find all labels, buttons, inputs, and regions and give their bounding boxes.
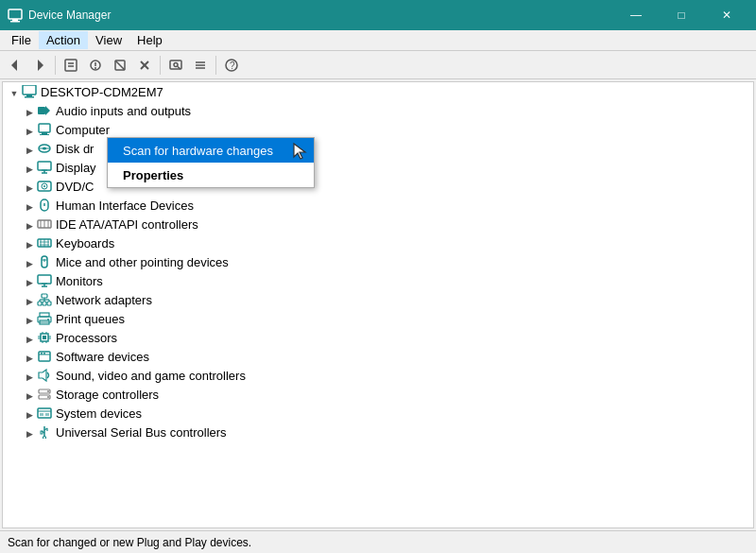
forward-button[interactable] [28, 54, 51, 77]
tree-item-storage[interactable]: Storage controllers [3, 385, 753, 404]
dvd-label: DVD/C [56, 180, 94, 194]
tree-item-ide[interactable]: IDE ATA/ATAPI controllers [3, 215, 753, 233]
tree-root[interactable]: DESKTOP-CDM2EM7 [3, 82, 753, 101]
svg-marker-87 [39, 370, 46, 381]
software-icon [37, 349, 52, 364]
dvd-icon [37, 179, 52, 194]
ctx-properties[interactable]: Properties [108, 163, 314, 187]
svg-rect-1 [12, 19, 18, 21]
mouse-icon [37, 254, 52, 269]
print-label: Print queues [56, 312, 125, 326]
system-arrow [22, 406, 37, 421]
tree-item-print[interactable]: Print queues [3, 309, 753, 328]
toolbar: ? [0, 51, 756, 79]
svg-rect-25 [25, 96, 34, 98]
svg-point-72 [47, 319, 49, 320]
disk-arrow [22, 141, 37, 156]
computer-label: Computer [56, 123, 110, 137]
hid-icon [37, 198, 52, 213]
svg-rect-28 [39, 124, 50, 132]
display-arrow [22, 160, 37, 175]
main-content: DESKTOP-CDM2EM7 Audio inputs and outputs [0, 79, 756, 530]
computer-arrow [22, 122, 37, 137]
print-arrow [22, 311, 37, 326]
tree-item-monitors[interactable]: Monitors [3, 271, 753, 290]
sound-arrow [22, 368, 37, 383]
svg-rect-24 [26, 95, 32, 96]
usb-arrow [22, 424, 37, 440]
uninstall-button[interactable] [133, 54, 156, 77]
tree-item-keyboards[interactable]: Keyboards [3, 233, 753, 252]
svg-text:?: ? [230, 60, 235, 71]
audio-label: Audio inputs and outputs [56, 104, 191, 118]
status-text: Scan for changed or new Plug and Play de… [8, 536, 251, 549]
storage-icon [37, 387, 52, 402]
storage-label: Storage controllers [56, 388, 159, 402]
print-icon [37, 311, 52, 326]
tree-item-computer[interactable]: Computer [3, 120, 753, 139]
menu-file[interactable]: File [4, 31, 39, 49]
mice-label: Mice and other pointing devices [56, 255, 229, 269]
disk-label: Disk dr [56, 142, 94, 156]
ctx-scan[interactable]: Scan for hardware changes [108, 138, 314, 163]
svg-rect-0 [9, 9, 22, 19]
svg-point-33 [43, 147, 46, 150]
svg-point-91 [47, 396, 49, 398]
menu-view[interactable]: View [88, 31, 129, 49]
root-arrow [7, 84, 22, 99]
hid-arrow [22, 198, 37, 213]
display-label: Display [56, 161, 96, 175]
svg-rect-30 [40, 134, 49, 135]
svg-rect-26 [38, 107, 45, 114]
close-button[interactable]: ✕ [705, 0, 748, 30]
keyboard-icon [37, 235, 52, 251]
svg-point-40 [43, 185, 45, 187]
svg-rect-69 [40, 313, 49, 317]
computer-icon [22, 84, 37, 99]
monitors-arrow [22, 273, 37, 288]
tree-item-mice[interactable]: Mice and other pointing devices [3, 252, 753, 271]
context-menu: Scan for hardware changes Properties [107, 137, 315, 188]
toolbar-separator-1 [55, 56, 56, 75]
software-label: Software devices [56, 350, 149, 364]
minimize-button[interactable]: — [614, 0, 658, 30]
tree-item-audio[interactable]: Audio inputs and outputs [3, 101, 753, 120]
svg-line-12 [115, 60, 125, 70]
disable-button[interactable] [109, 54, 131, 77]
svg-rect-100 [41, 431, 43, 434]
svg-point-101 [43, 437, 46, 440]
root-label: DESKTOP-CDM2EM7 [41, 85, 163, 99]
view-button[interactable] [189, 54, 212, 77]
app-icon [8, 8, 23, 23]
back-button[interactable] [4, 54, 26, 77]
software-arrow [22, 349, 37, 364]
help-button[interactable]: ? [220, 54, 243, 77]
tree-item-software[interactable]: Software devices [3, 347, 753, 366]
properties-button[interactable] [60, 54, 82, 77]
monitor-icon [37, 273, 52, 288]
window-title: Device Manager [28, 9, 614, 22]
tree-item-processors[interactable]: Processors [3, 328, 753, 347]
svg-rect-23 [23, 85, 36, 95]
scan-button[interactable] [164, 54, 187, 77]
ide-label: IDE ATA/ATAPI controllers [56, 217, 198, 232]
svg-marker-102 [294, 144, 305, 159]
device-tree[interactable]: DESKTOP-CDM2EM7 Audio inputs and outputs [2, 81, 754, 528]
tree-item-sound[interactable]: Sound, video and game controllers [3, 366, 753, 385]
svg-rect-85 [41, 353, 43, 354]
menu-help[interactable]: Help [129, 31, 170, 49]
svg-marker-27 [45, 106, 50, 115]
menu-action[interactable]: Action [39, 31, 88, 49]
computer-small-icon [37, 122, 52, 137]
maximize-button[interactable]: □ [660, 0, 703, 30]
tree-item-usb[interactable]: Universal Serial Bus controllers [3, 423, 753, 441]
update-driver-button[interactable] [84, 54, 107, 77]
svg-point-10 [94, 67, 96, 69]
tree-item-network[interactable]: Network adapters [3, 290, 753, 309]
storage-arrow [22, 387, 37, 402]
svg-rect-61 [38, 302, 42, 305]
svg-rect-60 [42, 294, 47, 298]
tree-item-hid[interactable]: Human Interface Devices [3, 196, 753, 215]
tree-item-system[interactable]: System devices [3, 404, 753, 423]
svg-point-90 [47, 390, 49, 392]
